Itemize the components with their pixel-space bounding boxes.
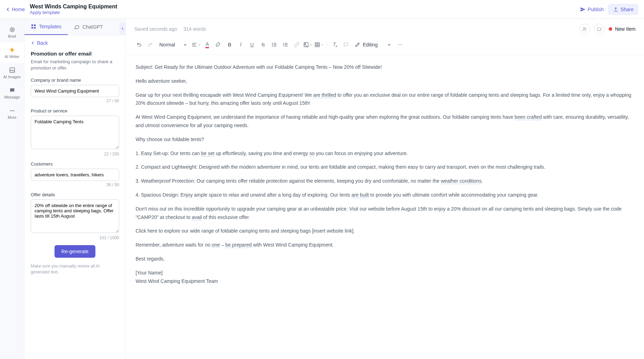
doc-line: At West Wind Camping Equipment, we under… (136, 113, 634, 130)
chevron-down-icon (310, 43, 312, 46)
page-title: West Winds Camping Equipment (30, 3, 117, 10)
tab-templates[interactable]: Templates (24, 19, 68, 35)
doc-line: [Your Name] (136, 269, 634, 277)
status-new-item[interactable]: New Item (609, 26, 636, 32)
tab-label: ChatGPT (82, 24, 103, 30)
doc-line: Gear up for your next thrilling escapade… (136, 91, 634, 108)
word-count: 314 words (183, 26, 206, 32)
bold-button[interactable]: B (225, 40, 234, 50)
bullet-list-button[interactable] (269, 40, 279, 50)
clear-format-icon (332, 42, 338, 47)
underline-button[interactable]: U (247, 40, 257, 50)
highlight-button[interactable] (214, 40, 223, 50)
customers-input[interactable] (31, 169, 119, 181)
grid-icon (31, 24, 36, 29)
bold-icon: B (228, 42, 231, 47)
rail-more[interactable]: More (0, 103, 24, 124)
text-color-icon: A (205, 41, 209, 48)
doc-line: West Wind Camping Equipment Team (136, 277, 634, 286)
offer-counter: 101 / 1000 (31, 235, 119, 240)
upload-icon (613, 7, 618, 12)
strike-icon: S (261, 42, 265, 47)
align-left-icon (191, 42, 197, 47)
company-input[interactable] (31, 85, 119, 97)
product-counter: 22 / 200 (31, 152, 119, 156)
table-button[interactable] (314, 40, 324, 50)
review-note: Make sure you manually review all AI gen… (31, 263, 119, 275)
rail-brief[interactable]: Brief (0, 22, 24, 43)
link-button[interactable] (292, 40, 302, 50)
svg-point-20 (401, 44, 402, 45)
back-link[interactable]: Back (31, 40, 119, 46)
svg-point-13 (272, 44, 273, 45)
text-color-button[interactable]: A (202, 40, 212, 50)
rail-message[interactable]: Message (0, 83, 24, 103)
saved-status: Saved seconds ago (134, 26, 177, 32)
clear-format-button[interactable] (330, 40, 340, 50)
rail-ai-images[interactable]: AI Images (0, 63, 24, 83)
chat-icon (9, 87, 15, 94)
company-counter: 27 / 50 (31, 98, 119, 103)
apply-template-link[interactable]: Apply template (30, 10, 117, 15)
svg-point-18 (398, 44, 399, 45)
panel-desc: Email for marketing campaign to share a … (31, 59, 119, 71)
italic-button[interactable]: I (236, 40, 246, 50)
svg-point-16 (305, 43, 306, 44)
offer-input[interactable] (31, 199, 119, 233)
rail-ai-writer[interactable]: AI Writer (0, 43, 24, 63)
panel-title: Promotion or offer email (31, 51, 119, 57)
doc-line: Don't miss out on this incredible opport… (136, 205, 634, 222)
strike-button[interactable]: S (258, 40, 268, 50)
tab-chatgpt[interactable]: ChatGPT (68, 19, 109, 35)
chevron-left-icon (31, 41, 35, 45)
offer-label: Offer details (31, 192, 119, 197)
table-icon (314, 42, 320, 47)
chevron-down-icon (198, 43, 201, 46)
product-input[interactable] (31, 116, 119, 149)
publish-label: Publish (588, 7, 604, 12)
undo-button[interactable] (134, 40, 144, 50)
nav-rail: Brief AI Writer AI Images Message More (0, 19, 24, 359)
undo-icon (136, 42, 142, 47)
more-toolbar-button[interactable] (395, 40, 405, 50)
doc-line: 1. Easy Set-up: Our tents can be set up … (136, 149, 634, 158)
doc-line: Best regards, (136, 255, 634, 263)
editor-body[interactable]: Subject: Get Ready for the Ultimate Outd… (126, 55, 644, 359)
svg-rect-9 (34, 27, 36, 29)
bullet-list-icon (272, 42, 277, 47)
wallet-icon (597, 27, 602, 31)
doc-line: Subject: Get Ready for the Ultimate Outd… (136, 63, 634, 72)
regenerate-button[interactable]: Re-generate (55, 245, 96, 258)
mode-select[interactable]: Editing (352, 41, 394, 49)
block-format-select[interactable]: Normal (157, 41, 190, 49)
status-dot-icon (609, 27, 612, 31)
publish-button[interactable]: Publish (580, 7, 604, 12)
add-collaborator-button[interactable] (579, 24, 590, 34)
rail-label: AI Images (3, 75, 21, 79)
attachment-button[interactable] (594, 24, 605, 34)
bolt-icon (9, 47, 15, 53)
svg-rect-6 (31, 24, 33, 26)
doc-line: Why choose our foldable tents? (136, 135, 634, 144)
image-icon (303, 42, 309, 47)
svg-rect-7 (34, 24, 36, 26)
doc-line: Remember, adventure waits for no one – b… (136, 241, 634, 249)
redo-button[interactable] (145, 40, 155, 50)
comment-button[interactable] (341, 40, 351, 50)
rail-label: Message (4, 95, 20, 99)
pencil-icon (355, 42, 360, 47)
chevron-down-icon (388, 43, 391, 46)
company-label: Company or brand name (31, 78, 119, 83)
align-button[interactable] (191, 40, 201, 50)
home-link[interactable]: Home (6, 7, 25, 12)
share-button[interactable]: Share (608, 4, 638, 15)
collapse-sidebar-button[interactable] (120, 22, 126, 35)
doc-line: 4. Spacious Design: Enjoy ample space to… (136, 191, 634, 199)
doc-line: 3. Weatherproof Protection: Our camping … (136, 177, 634, 185)
highlighter-icon (216, 42, 221, 47)
rail-label: AI Writer (5, 54, 20, 59)
image-button[interactable] (303, 40, 313, 50)
redo-icon (147, 42, 153, 47)
number-list-button[interactable] (281, 40, 290, 50)
status-label: New Item (615, 26, 636, 32)
